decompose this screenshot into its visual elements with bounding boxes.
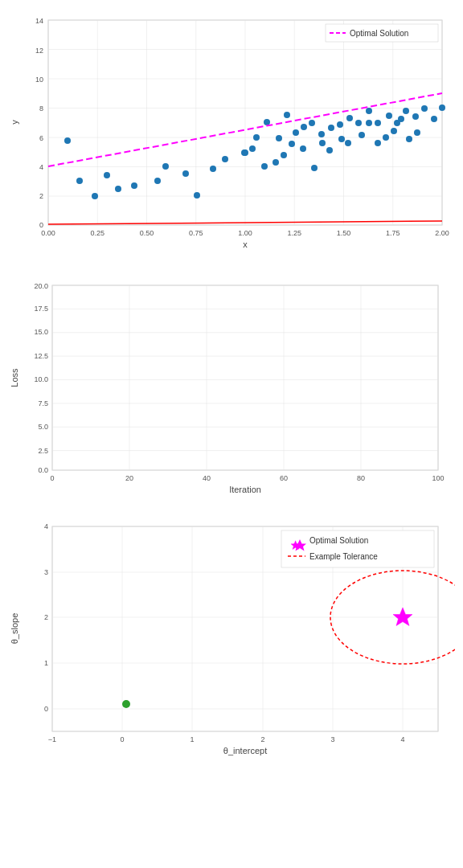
param-y-tick-0: 0 [44,705,48,713]
scatter-point [439,104,445,111]
scatter-svg: 0 2 4 6 8 10 12 14 0.00 0.25 0.50 0.75 1… [8,8,455,257]
loss-y-tick-0: 0.0 [38,466,48,474]
y-tick-6: 6 [39,134,43,142]
scatter-point [319,140,326,146]
loss-y-tick-5: 5.0 [38,423,48,431]
y-tick-14: 14 [35,17,43,25]
y-tick-2: 2 [39,192,43,200]
scatter-point [359,132,365,138]
scatter-point [421,105,428,112]
param-y-tick-3: 3 [44,568,48,576]
loss-x-tick-60: 60 [280,474,288,482]
scatter-point [154,178,161,184]
scatter-point [261,163,268,170]
loss-chart-container: 0.0 2.5 5.0 7.5 10.0 12.5 15.0 17.5 20.0… [0,265,463,502]
scatter-point [383,134,389,141]
scatter-point [210,166,216,172]
scatter-point [300,145,306,152]
scatter-point [375,120,381,126]
scatter-point [264,119,270,125]
scatter-point [318,131,325,137]
loss-y-tick-10: 10.0 [34,375,48,383]
legend-tolerance-label: Example Tolerance [309,552,378,561]
scatter-point [272,159,279,166]
param-x-tick-2: 2 [260,735,264,743]
loss-x-tick-40: 40 [203,474,211,482]
scatter-point [309,120,315,126]
loss-y-tick-25: 2.5 [38,447,48,455]
scatter-point [431,116,437,122]
scatter-point [346,115,353,121]
scatter-point [355,120,362,126]
loss-y-tick-20: 20.0 [34,282,48,290]
x-tick-1: 1.00 [238,229,252,237]
param-y-tick-4: 4 [44,522,48,530]
loss-x-tick-20: 20 [125,474,133,482]
scatter-point [328,125,334,131]
scatter-point [394,120,400,126]
loss-x-label: Iteration [229,485,261,494]
scatter-point [366,120,372,126]
x-tick-025: 0.25 [90,229,104,237]
param-x-label: θ_intercept [223,746,267,755]
loss-y-tick-125: 12.5 [34,352,48,360]
y-tick-0: 0 [39,221,43,229]
scatter-chart-container: 0 2 4 6 8 10 12 14 0.00 0.25 0.50 0.75 1… [0,0,463,261]
scatter-point [253,134,260,141]
scatter-point [182,170,189,177]
param-x-tick--1: −1 [48,735,56,743]
scatter-point [338,136,345,142]
scatter-point [222,156,228,162]
x-tick-2: 2.00 [435,229,449,237]
legend-optimal-label: Optimal Solution [350,29,408,38]
scatter-point [104,172,110,178]
loss-x-tick-100: 100 [432,474,444,482]
x-axis-label: x [243,240,248,249]
param-y-label: θ_slope [10,613,19,645]
scatter-point [289,141,295,147]
param-x-tick-3: 3 [330,735,334,743]
scatter-point [281,152,287,158]
scatter-point [92,193,98,199]
scatter-point [301,124,307,130]
scatter-point [64,137,71,144]
scatter-point [337,121,343,128]
scatter-point [345,140,351,146]
x-tick-15: 1.50 [337,229,351,237]
loss-y-tick-15: 15.0 [34,328,48,336]
y-axis-label: y [10,120,19,125]
y-tick-4: 4 [39,163,43,171]
loss-y-tick-175: 17.5 [34,305,48,313]
scatter-point [76,178,83,184]
scatter-point [242,149,248,156]
loss-x-tick-80: 80 [357,474,365,482]
loss-y-label: Loss [10,368,19,387]
param-svg: 0 1 2 3 4 −1 0 1 2 3 4 θ_intercept θ_slo… [8,514,455,764]
legend-optimal-param-label: Optimal Solution [309,536,368,545]
y-tick-12: 12 [35,47,43,55]
x-tick-05: 0.50 [140,229,154,237]
scatter-point [131,182,137,189]
scatter-point [115,186,121,192]
loss-y-tick-75: 7.5 [38,399,48,407]
y-tick-10: 10 [35,76,43,84]
param-x-tick-0: 0 [120,735,124,743]
param-x-tick-4: 4 [400,735,404,743]
loss-svg: 0.0 2.5 5.0 7.5 10.0 12.5 15.0 17.5 20.0… [8,273,455,498]
current-param-dot [122,700,130,708]
scatter-point [403,108,409,114]
x-tick-125: 1.25 [287,229,301,237]
scatter-point [326,147,333,154]
scatter-point [406,136,412,142]
param-y-tick-1: 1 [44,659,48,667]
scatter-point [386,113,392,119]
scatter-point [412,113,419,120]
scatter-point [293,129,299,136]
scatter-point [375,140,381,146]
scatter-point [276,135,282,141]
param-x-tick-1: 1 [190,735,194,743]
param-chart-container: 0 1 2 3 4 −1 0 1 2 3 4 θ_intercept θ_slo… [0,506,463,768]
param-y-tick-2: 2 [44,613,48,621]
scatter-point [194,192,200,199]
scatter-point [366,108,372,114]
